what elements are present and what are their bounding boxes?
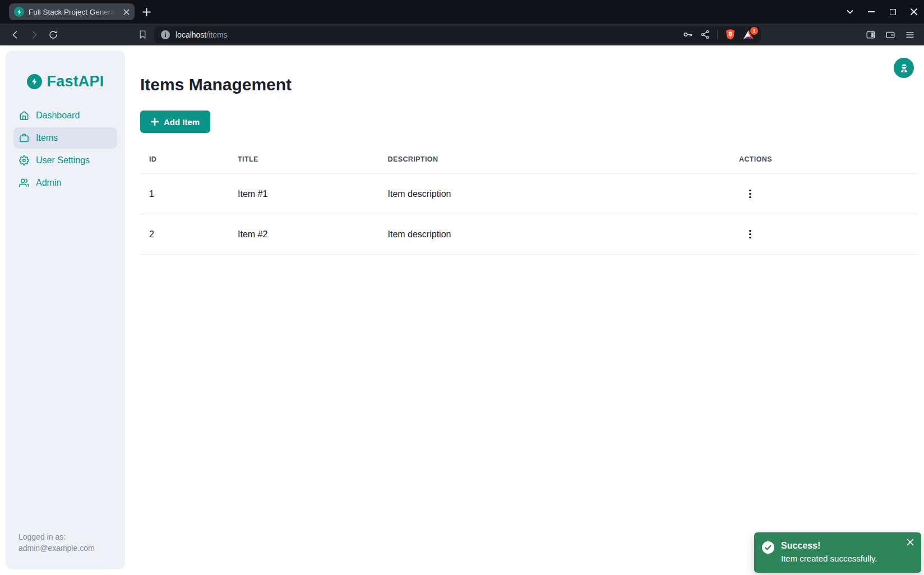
plus-icon bbox=[151, 118, 159, 126]
user-astronaut-icon bbox=[899, 63, 909, 73]
back-icon[interactable] bbox=[8, 27, 22, 42]
page-title: Items Management bbox=[140, 75, 917, 95]
app-sidebar: FastAPI Dashboard Items bbox=[6, 50, 125, 569]
add-item-label: Add Item bbox=[164, 117, 200, 127]
brave-rewards-icon[interactable]: 1 bbox=[743, 30, 754, 40]
sidebar-item-label: Items bbox=[36, 133, 58, 143]
sidebar-nav: Dashboard Items User Settings bbox=[13, 105, 117, 194]
reload-icon[interactable] bbox=[46, 27, 61, 42]
user-menu-button[interactable] bbox=[894, 58, 914, 78]
wallet-icon[interactable] bbox=[885, 30, 895, 40]
cell-title: Item #2 bbox=[229, 214, 378, 255]
menu-icon[interactable] bbox=[905, 30, 915, 40]
items-table: ID TITLE DESCRIPTION ACTIONS 1 Item #1 I… bbox=[140, 145, 917, 255]
sidebar-toggle-icon[interactable] bbox=[866, 30, 876, 40]
sidebar-item-label: User Settings bbox=[36, 155, 90, 165]
window-controls bbox=[846, 0, 918, 24]
row-actions-menu-button[interactable] bbox=[741, 226, 759, 243]
minimize-button[interactable] bbox=[867, 7, 876, 16]
rewards-badge: 1 bbox=[750, 27, 758, 35]
browser-titlebar: Full Stack Project Genera bbox=[0, 0, 924, 24]
table-row: 2 Item #2 Item description bbox=[140, 214, 917, 255]
tab-title: Full Stack Project Genera bbox=[29, 8, 119, 16]
column-header-title: TITLE bbox=[229, 145, 378, 174]
url-text: localhost/items bbox=[175, 30, 228, 39]
toast-title: Success! bbox=[781, 540, 877, 552]
sidebar-item-user-settings[interactable]: User Settings bbox=[13, 150, 117, 171]
main-content: Items Management Add Item ID TITLE DESCR… bbox=[125, 45, 924, 575]
row-actions-menu-button[interactable] bbox=[741, 185, 759, 203]
browser-navbar: localhost/items 1 bbox=[0, 24, 924, 45]
logged-in-info: Logged in as: admin@example.com bbox=[19, 531, 95, 554]
cell-id: 1 bbox=[140, 174, 229, 214]
sidebar-item-items[interactable]: Items bbox=[13, 127, 117, 149]
new-tab-button[interactable] bbox=[142, 8, 151, 16]
url-path: /items bbox=[206, 30, 227, 39]
url-host: localhost bbox=[175, 30, 206, 39]
fastapi-favicon-icon bbox=[14, 7, 24, 17]
key-icon[interactable] bbox=[682, 29, 693, 40]
add-item-button[interactable]: Add Item bbox=[140, 111, 210, 133]
forward-icon[interactable] bbox=[27, 27, 41, 42]
maximize-button[interactable] bbox=[888, 7, 897, 16]
toast-message: Item created successfully. bbox=[781, 552, 877, 565]
column-header-id: ID bbox=[140, 145, 229, 174]
sidebar-item-label: Admin bbox=[36, 178, 61, 188]
gear-icon bbox=[19, 155, 29, 165]
logged-in-label: Logged in as: bbox=[19, 531, 95, 542]
close-window-button[interactable] bbox=[909, 7, 918, 16]
cell-title: Item #1 bbox=[229, 174, 378, 214]
cell-description: Item description bbox=[378, 214, 729, 255]
fastapi-logo-icon bbox=[27, 74, 42, 89]
browser-tab[interactable]: Full Stack Project Genera bbox=[9, 3, 135, 20]
logged-in-email: admin@example.com bbox=[19, 542, 95, 554]
pill-divider bbox=[717, 30, 718, 39]
browser-window: Full Stack Project Genera bbox=[0, 0, 924, 575]
tab-close-icon[interactable] bbox=[123, 9, 130, 15]
briefcase-icon bbox=[19, 133, 29, 143]
column-header-actions: ACTIONS bbox=[730, 145, 917, 174]
brave-shield-icon[interactable] bbox=[725, 29, 736, 40]
success-toast: Success! Item created successfully. bbox=[754, 532, 921, 573]
cell-id: 2 bbox=[140, 214, 229, 255]
page-content: FastAPI Dashboard Items bbox=[0, 45, 924, 575]
tab-search-chevron-icon[interactable] bbox=[846, 7, 854, 16]
sidebar-item-dashboard[interactable]: Dashboard bbox=[13, 105, 117, 126]
check-circle-icon bbox=[762, 541, 774, 554]
site-info-icon[interactable] bbox=[161, 30, 170, 39]
brand: FastAPI bbox=[6, 50, 125, 90]
column-header-description: DESCRIPTION bbox=[378, 145, 729, 174]
toolbar-right bbox=[866, 30, 918, 40]
table-row: 1 Item #1 Item description bbox=[140, 174, 917, 214]
toast-close-icon[interactable] bbox=[905, 537, 915, 547]
bookmark-icon[interactable] bbox=[138, 30, 147, 39]
cell-description: Item description bbox=[378, 174, 729, 214]
brand-name: FastAPI bbox=[47, 73, 104, 90]
address-bar[interactable]: localhost/items 1 bbox=[154, 26, 761, 43]
home-icon bbox=[19, 111, 29, 121]
sidebar-item-admin[interactable]: Admin bbox=[13, 172, 117, 194]
users-icon bbox=[19, 178, 29, 188]
share-icon[interactable] bbox=[700, 30, 710, 39]
sidebar-item-label: Dashboard bbox=[36, 111, 80, 121]
table-header-row: ID TITLE DESCRIPTION ACTIONS bbox=[140, 145, 917, 174]
